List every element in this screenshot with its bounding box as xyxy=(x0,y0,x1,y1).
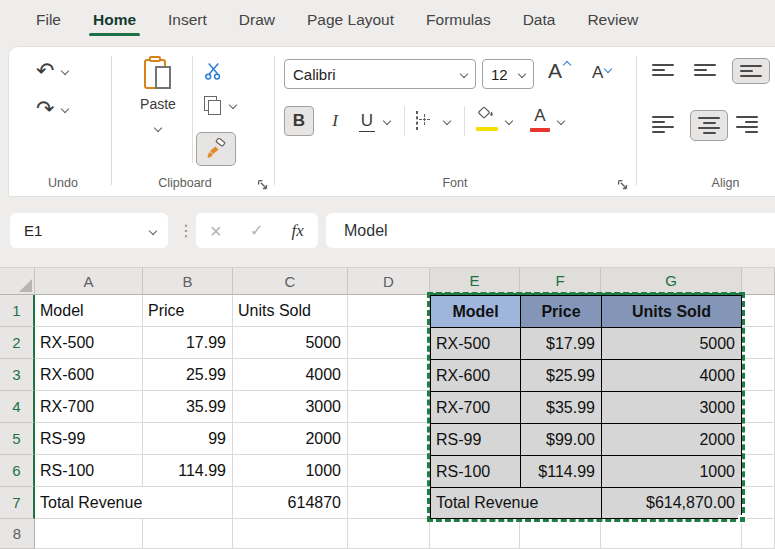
name-box-dropdown-icon[interactable] xyxy=(149,226,157,234)
row-header-6[interactable]: 6 xyxy=(0,455,35,487)
tab-data[interactable]: Data xyxy=(507,0,572,40)
underline-button[interactable]: U xyxy=(356,106,378,136)
row-header-2[interactable]: 2 xyxy=(0,327,35,359)
cell-C3[interactable]: 4000 xyxy=(233,359,348,391)
font-dialog-launcher[interactable] xyxy=(617,177,629,189)
cell-E6[interactable]: RS-100 xyxy=(430,455,520,487)
insert-function-icon[interactable]: fx xyxy=(292,221,304,241)
paste-dropdown-icon[interactable] xyxy=(154,124,162,132)
cell-A2[interactable]: RX-500 xyxy=(35,327,143,359)
cell-A5[interactable]: RS-99 xyxy=(35,423,143,455)
borders-dropdown-icon[interactable] xyxy=(443,117,451,125)
redo-button[interactable]: ↷ xyxy=(36,94,88,124)
tab-home[interactable]: Home xyxy=(77,0,152,40)
cell-H4[interactable] xyxy=(742,391,775,423)
format-painter-button[interactable] xyxy=(196,132,236,166)
cell-F8[interactable] xyxy=(520,519,601,549)
cell-D2[interactable] xyxy=(348,327,430,359)
cell-B5[interactable]: 99 xyxy=(143,423,233,455)
row-header-4[interactable]: 4 xyxy=(0,391,35,423)
font-size-dropdown-icon[interactable] xyxy=(518,70,526,78)
cell-B2[interactable]: 17.99 xyxy=(143,327,233,359)
name-box[interactable]: E1 xyxy=(10,213,168,248)
redo-dropdown-icon[interactable] xyxy=(61,105,69,113)
cell-G2[interactable]: 5000 xyxy=(601,327,742,359)
tab-review[interactable]: Review xyxy=(571,0,654,40)
increase-font-size-button[interactable]: A xyxy=(548,60,570,81)
cell-E3[interactable]: RX-600 xyxy=(430,359,520,391)
cell-H2[interactable] xyxy=(742,327,775,359)
cell-E4[interactable]: RX-700 xyxy=(430,391,520,423)
center-button[interactable] xyxy=(690,110,728,141)
cell-E2[interactable]: RX-500 xyxy=(430,327,520,359)
clipboard-dialog-launcher[interactable] xyxy=(257,177,269,189)
cell-D1[interactable] xyxy=(348,295,430,327)
cell-C4[interactable]: 3000 xyxy=(233,391,348,423)
cell-G8[interactable] xyxy=(601,519,742,549)
cell-G3[interactable]: 4000 xyxy=(601,359,742,391)
tab-draw[interactable]: Draw xyxy=(223,0,291,40)
cell-G7[interactable]: $614,870.00 xyxy=(601,487,742,519)
cell-D6[interactable] xyxy=(348,455,430,487)
cell-A8[interactable] xyxy=(35,519,143,549)
cell-A3[interactable]: RX-600 xyxy=(35,359,143,391)
cell-H3[interactable] xyxy=(742,359,775,391)
bold-button[interactable]: B xyxy=(284,106,314,136)
fill-color-dropdown-icon[interactable] xyxy=(505,117,513,125)
cell-C6[interactable]: 1000 xyxy=(233,455,348,487)
enter-icon[interactable]: ✓ xyxy=(250,223,263,239)
cell-B3[interactable]: 25.99 xyxy=(143,359,233,391)
cell-H8[interactable] xyxy=(742,519,775,549)
tab-insert[interactable]: Insert xyxy=(152,0,223,40)
font-name-dropdown-icon[interactable] xyxy=(460,70,468,78)
cell-D5[interactable] xyxy=(348,423,430,455)
cell-B1[interactable]: Price xyxy=(143,295,233,327)
cell-D8[interactable] xyxy=(348,519,430,549)
bottom-align-button[interactable] xyxy=(732,58,770,84)
cell-A4[interactable]: RX-700 xyxy=(35,391,143,423)
cancel-icon[interactable]: × xyxy=(210,221,222,241)
cell-D4[interactable] xyxy=(348,391,430,423)
cell-E7[interactable]: Total Revenue xyxy=(430,487,601,519)
cell-H1[interactable] xyxy=(742,295,775,327)
cell-B6[interactable]: 114.99 xyxy=(143,455,233,487)
column-header-E[interactable]: E xyxy=(430,268,520,295)
tab-file[interactable]: File xyxy=(20,0,77,40)
underline-dropdown-icon[interactable] xyxy=(383,117,391,125)
select-all-button[interactable] xyxy=(0,268,35,295)
column-header-G[interactable]: G xyxy=(601,268,742,295)
cell-E1-active[interactable]: Model xyxy=(430,295,520,327)
column-header-partial[interactable] xyxy=(742,268,775,295)
top-align-button[interactable] xyxy=(652,64,674,84)
row-header-7[interactable]: 7 xyxy=(0,487,35,519)
cell-C8[interactable] xyxy=(233,519,348,549)
cell-F2[interactable]: $17.99 xyxy=(520,327,601,359)
cut-button[interactable] xyxy=(204,62,223,85)
row-header-8[interactable]: 8 xyxy=(0,519,35,549)
tab-formulas[interactable]: Formulas xyxy=(410,0,507,40)
cell-C1[interactable]: Units Sold xyxy=(233,295,348,327)
column-header-D[interactable]: D xyxy=(348,268,430,295)
cell-A7[interactable]: Total Revenue xyxy=(35,487,233,519)
cell-C7[interactable]: 614870 xyxy=(233,487,348,519)
font-color-button[interactable]: A xyxy=(530,107,550,132)
column-header-F[interactable]: F xyxy=(520,268,601,295)
cell-D7[interactable] xyxy=(348,487,430,519)
font-color-dropdown-icon[interactable] xyxy=(557,117,565,125)
font-size-combobox[interactable]: 12 xyxy=(482,59,534,89)
column-header-A[interactable]: A xyxy=(35,268,143,295)
column-header-B[interactable]: B xyxy=(143,268,233,295)
formula-input[interactable]: Model xyxy=(326,213,775,248)
cell-G6[interactable]: 1000 xyxy=(601,455,742,487)
cell-F4[interactable]: $35.99 xyxy=(520,391,601,423)
cell-F3[interactable]: $25.99 xyxy=(520,359,601,391)
cell-H7[interactable] xyxy=(742,487,775,519)
decrease-font-size-button[interactable]: A xyxy=(592,64,611,81)
cell-H5[interactable] xyxy=(742,423,775,455)
cell-F6[interactable]: $114.99 xyxy=(520,455,601,487)
copy-button[interactable] xyxy=(204,96,236,113)
undo-dropdown-icon[interactable] xyxy=(61,67,69,75)
cell-B8[interactable] xyxy=(143,519,233,549)
cell-E8[interactable] xyxy=(430,519,520,549)
cell-H6[interactable] xyxy=(742,455,775,487)
